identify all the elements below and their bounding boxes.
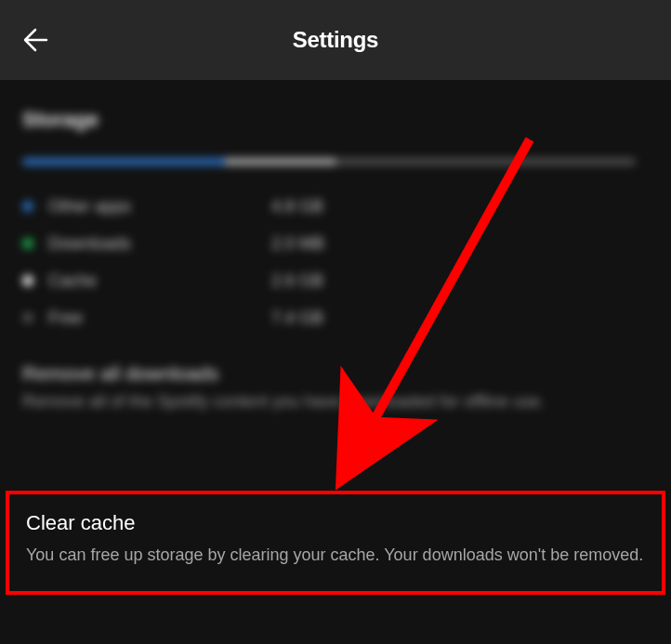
- legend-dot-icon: [22, 312, 33, 323]
- legend-dot-icon: [22, 238, 33, 249]
- legend-label: Cache: [48, 271, 271, 291]
- legend-row-cache: Cache 2.6 GB: [22, 262, 649, 299]
- header-bar: Settings: [0, 0, 671, 80]
- legend-label: Free: [48, 309, 271, 328]
- legend-row-other-apps: Other apps 4.8 GB: [22, 188, 649, 225]
- legend-dot-icon: [22, 201, 33, 212]
- arrow-left-icon: [20, 26, 48, 54]
- legend-label: Downloads: [48, 234, 271, 254]
- clear-cache-desc: You can free up storage by clearing your…: [26, 543, 645, 567]
- legend-label: Other apps: [48, 197, 271, 217]
- page-title: Settings: [0, 27, 671, 53]
- storage-bar-other-apps: [22, 158, 225, 165]
- remove-all-downloads-desc: Remove all of the Spotify content you ha…: [22, 390, 649, 414]
- back-button[interactable]: [20, 26, 48, 54]
- storage-section-title: Storage: [22, 108, 649, 132]
- legend-value: 2.0 MB: [271, 234, 324, 254]
- legend-value: 2.6 GB: [271, 271, 323, 291]
- remove-all-downloads-item[interactable]: Remove all downloads Remove all of the S…: [22, 362, 649, 414]
- legend-row-free: Free 7.4 GB: [22, 299, 649, 336]
- storage-bar-cache: [225, 158, 336, 165]
- storage-bar: [22, 158, 636, 165]
- legend-value: 7.4 GB: [271, 309, 323, 328]
- storage-legend: Other apps 4.8 GB Downloads 2.0 MB Cache…: [22, 188, 649, 336]
- clear-cache-item[interactable]: Clear cache You can free up storage by c…: [6, 491, 665, 595]
- legend-value: 4.8 GB: [271, 197, 323, 217]
- legend-row-downloads: Downloads 2.0 MB: [22, 225, 649, 262]
- remove-all-downloads-title: Remove all downloads: [22, 362, 649, 385]
- blurred-background-region: Storage Other apps 4.8 GB Downloads 2.0 …: [22, 80, 649, 414]
- clear-cache-title: Clear cache: [26, 511, 645, 535]
- legend-dot-icon: [22, 275, 33, 286]
